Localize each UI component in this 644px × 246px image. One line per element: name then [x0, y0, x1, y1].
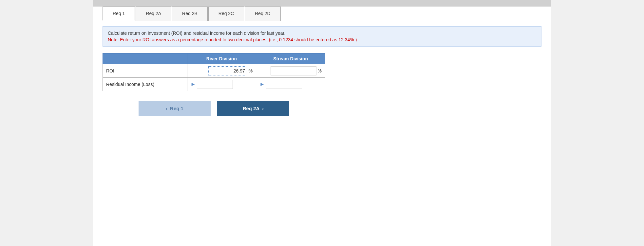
- residual-label: Residual Income (Loss): [103, 78, 187, 91]
- next-arrow-icon: ›: [262, 106, 264, 111]
- tabs-container: Req 1 Req 2A Req 2B Req 2C Req 2D: [93, 7, 551, 21]
- stream-roi-pct: %: [318, 68, 322, 73]
- info-box: Calculate return on investment (ROI) and…: [103, 26, 541, 47]
- table-row: ROI % %: [103, 64, 325, 78]
- info-note-text: Note: Enter your ROI answers as a percen…: [108, 37, 536, 42]
- tab-req1[interactable]: Req 1: [103, 7, 135, 21]
- river-roi-cell: %: [187, 64, 256, 78]
- stream-residual-input[interactable]: [266, 80, 302, 89]
- tab-req2a[interactable]: Req 2A: [136, 7, 171, 21]
- info-main-text: Calculate return on investment (ROI) and…: [108, 31, 536, 36]
- river-residual-cell: ►: [187, 78, 256, 91]
- stream-residual-cell: ►: [256, 78, 325, 91]
- prev-arrow-icon: ‹: [166, 106, 167, 111]
- header-river: River Division: [187, 53, 256, 64]
- data-table: River Division Stream Division ROI %: [103, 53, 325, 91]
- stream-roi-cell: %: [256, 64, 325, 78]
- roi-label: ROI: [103, 64, 187, 78]
- river-roi-pct: %: [249, 68, 253, 73]
- prev-button[interactable]: ‹ Req 1: [139, 101, 211, 116]
- river-residual-arrow-icon: ►: [191, 81, 196, 87]
- river-roi-input[interactable]: [208, 66, 247, 75]
- top-bar: [93, 0, 551, 7]
- tab-req2b[interactable]: Req 2B: [172, 7, 208, 21]
- next-button-label: Req 2A: [243, 106, 260, 111]
- table-row: Residual Income (Loss) ► ►: [103, 78, 325, 91]
- river-roi-input-group: %: [191, 66, 253, 75]
- stream-roi-input-group: %: [259, 66, 322, 75]
- tab-req2d[interactable]: Req 2D: [245, 7, 280, 21]
- table-section: River Division Stream Division ROI %: [103, 53, 541, 91]
- header-empty: [103, 53, 187, 64]
- river-residual-input-group: ►: [191, 80, 253, 89]
- stream-residual-arrow-icon: ►: [259, 81, 265, 87]
- river-residual-input[interactable]: [197, 80, 233, 89]
- stream-residual-input-group: ►: [259, 80, 322, 89]
- next-button[interactable]: Req 2A ›: [217, 101, 289, 116]
- prev-button-label: Req 1: [170, 106, 183, 111]
- buttons-section: ‹ Req 1 Req 2A ›: [103, 101, 325, 116]
- tab-req2c[interactable]: Req 2C: [208, 7, 244, 21]
- stream-roi-input[interactable]: [271, 66, 316, 75]
- header-stream: Stream Division: [256, 53, 325, 64]
